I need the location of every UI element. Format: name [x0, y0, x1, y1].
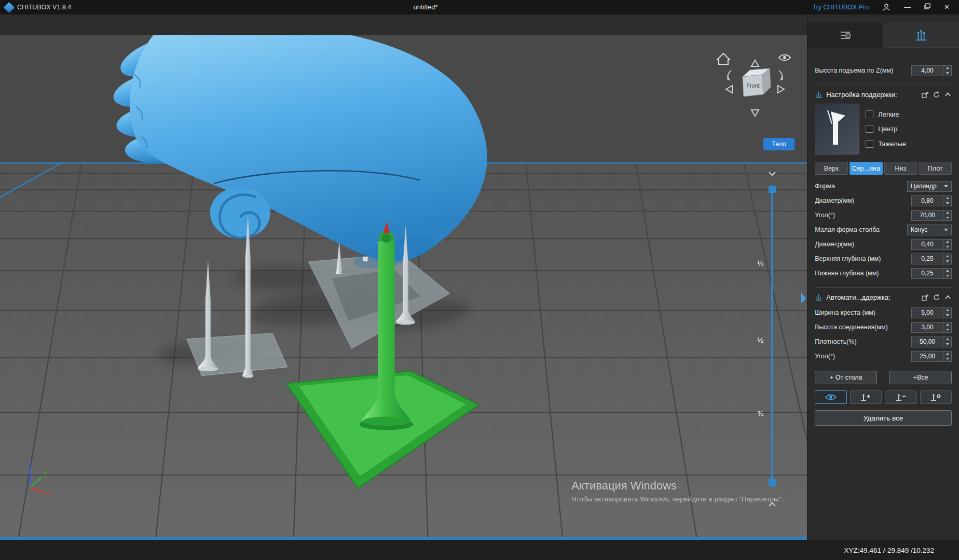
- dropdown-value: Конус: [911, 226, 927, 233]
- slider-top-handle[interactable]: [769, 186, 776, 193]
- edit-support-button[interactable]: [920, 390, 952, 404]
- spin-down-button[interactable]: [943, 201, 951, 206]
- small-pillar-shape-label: Малая форма столба: [815, 226, 880, 233]
- auto-angle-label: Угол(°): [815, 353, 835, 360]
- add-all-button[interactable]: +Все: [889, 371, 952, 384]
- view-right-arrow[interactable]: [778, 86, 784, 93]
- edit-support-icon: [929, 393, 942, 401]
- export-icon[interactable]: [921, 293, 929, 301]
- reset-icon[interactable]: [933, 293, 940, 301]
- preset-label: Центр: [878, 125, 897, 133]
- small-diameter-label: Диаметр(мм): [815, 241, 854, 248]
- tab-middle[interactable]: Сер...ина: [850, 162, 883, 175]
- title-bar: CHITUBOX V1.9.4 untitled* Try CHITUBOX P…: [0, 0, 959, 15]
- tab-slice-settings[interactable]: [807, 23, 883, 48]
- tab-top[interactable]: Верх: [815, 162, 848, 175]
- preset-heavy[interactable]: Тяжелые: [866, 140, 952, 148]
- auto-support-title: Автомати...ддержка:: [826, 293, 917, 301]
- chevron-down-icon: [944, 229, 948, 231]
- preset-light[interactable]: Легкие: [866, 110, 952, 118]
- axis-triad: Z Y X: [15, 460, 56, 502]
- spin-value[interactable]: 70,00: [911, 210, 943, 221]
- spin-down-button[interactable]: [943, 313, 951, 318]
- slider-chevron-up-icon[interactable]: [769, 503, 775, 506]
- spin-value[interactable]: 0,80: [911, 195, 943, 206]
- spin-down-button[interactable]: [943, 215, 951, 220]
- section-slider[interactable]: [765, 169, 779, 516]
- preset-middle[interactable]: Центр: [866, 125, 952, 133]
- spin-up-button[interactable]: [943, 211, 951, 216]
- panel-collapse-arrow[interactable]: [800, 290, 807, 306]
- spin-value[interactable]: 0,25: [911, 254, 943, 264]
- spin-down-button[interactable]: [943, 356, 951, 361]
- z-lift-value[interactable]: 4,00: [911, 65, 943, 76]
- light-checkbox[interactable]: [866, 110, 873, 118]
- add-from-plate-button[interactable]: + От стола: [815, 371, 877, 384]
- spin-value[interactable]: 25,00: [911, 351, 943, 362]
- cross-width-label: Ширина креста (мм): [815, 309, 875, 316]
- spin-up-button[interactable]: [943, 337, 951, 342]
- tab-raft[interactable]: Плот: [919, 162, 952, 175]
- export-icon[interactable]: [921, 91, 929, 99]
- maximize-button[interactable]: [924, 0, 930, 15]
- build-volume-front-edge: [0, 537, 807, 540]
- close-button[interactable]: ✕: [944, 0, 950, 15]
- view-cube-front-label: Front: [746, 82, 760, 89]
- spin-down-button[interactable]: [943, 327, 951, 332]
- view-cube[interactable]: Front: [743, 68, 771, 96]
- axis-y-label: Y: [43, 470, 48, 478]
- middle-checkbox[interactable]: [866, 125, 873, 133]
- viewport-column: Front Тело ¼ ½ ¾: [0, 15, 807, 540]
- small-pillar-shape-dropdown[interactable]: Конус: [907, 225, 952, 235]
- spin-up-button[interactable]: [943, 240, 951, 245]
- spin-down-button[interactable]: [943, 273, 951, 278]
- body-badge[interactable]: Тело: [763, 138, 794, 150]
- viewport-3d-canvas[interactable]: Front Тело ¼ ½ ¾: [0, 35, 807, 540]
- slider-chevron-down-icon[interactable]: [769, 172, 775, 175]
- delete-support-button[interactable]: [885, 390, 916, 404]
- chevron-up-icon[interactable]: [944, 91, 952, 99]
- small-diameter-spinbox: 0,40: [911, 239, 952, 250]
- view-left-arrow[interactable]: [726, 86, 732, 93]
- spin-up-button[interactable]: [943, 196, 951, 201]
- tab-support-settings[interactable]: [883, 23, 959, 48]
- spin-value[interactable]: 50,00: [911, 337, 943, 347]
- show-supports-button[interactable]: [815, 390, 846, 404]
- slider-label-three-quarters: ¾: [757, 410, 763, 418]
- delete-all-button[interactable]: Удалить все: [815, 410, 952, 426]
- cross-width-spinbox: 5,00: [911, 307, 952, 318]
- tab-bottom[interactable]: Низ: [884, 162, 917, 175]
- spin-down-button[interactable]: [943, 342, 951, 347]
- minimize-button[interactable]: —: [904, 0, 911, 15]
- spin-up-button[interactable]: [943, 308, 951, 313]
- shape-dropdown[interactable]: Цилиндр: [907, 181, 952, 192]
- view-down-arrow[interactable]: [751, 110, 759, 116]
- view-up-arrow[interactable]: [751, 60, 759, 66]
- view-navigation-cluster[interactable]: Front: [714, 47, 797, 130]
- angle-spinbox: 70,00: [911, 210, 952, 221]
- account-icon[interactable]: [882, 3, 890, 11]
- spin-value[interactable]: 3,00: [911, 322, 943, 333]
- try-pro-link[interactable]: Try CHITUBOX Pro: [813, 4, 869, 11]
- home-view-icon[interactable]: [717, 53, 730, 64]
- spin-up-button[interactable]: [943, 254, 951, 259]
- spin-up-button[interactable]: [943, 269, 951, 274]
- reset-icon[interactable]: [933, 91, 940, 99]
- heavy-checkbox[interactable]: [866, 140, 873, 148]
- auto-support-header: Автомати...ддержка:: [815, 287, 952, 301]
- spin-value[interactable]: 0,40: [911, 239, 943, 250]
- app-window: CHITUBOX V1.9.4 untitled* Try CHITUBOX P…: [0, 0, 959, 560]
- spin-up-button[interactable]: [943, 352, 951, 357]
- spin-value[interactable]: 5,00: [911, 307, 943, 318]
- add-support-button[interactable]: [850, 390, 882, 404]
- shape-label: Форма: [815, 183, 835, 190]
- spin-value[interactable]: 0,25: [911, 268, 943, 279]
- spin-down-button[interactable]: [943, 244, 951, 249]
- spin-down-button[interactable]: [943, 259, 951, 264]
- spin-down-button[interactable]: [943, 71, 951, 76]
- spin-up-button[interactable]: [943, 66, 951, 71]
- spin-up-button[interactable]: [943, 323, 951, 328]
- chevron-up-icon[interactable]: [944, 293, 952, 301]
- eye-icon[interactable]: [779, 55, 790, 61]
- diameter-spinbox: 0,80: [911, 195, 952, 206]
